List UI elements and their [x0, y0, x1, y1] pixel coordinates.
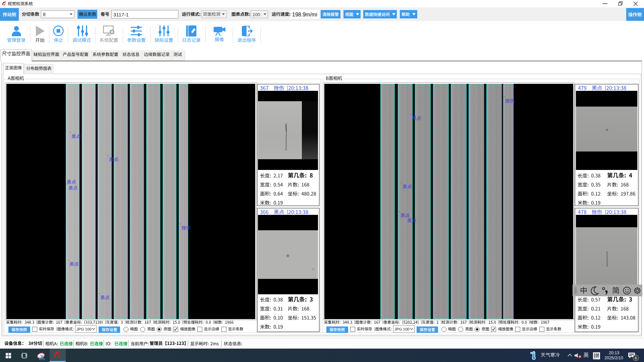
svg-text:6: 6: [635, 356, 637, 360]
